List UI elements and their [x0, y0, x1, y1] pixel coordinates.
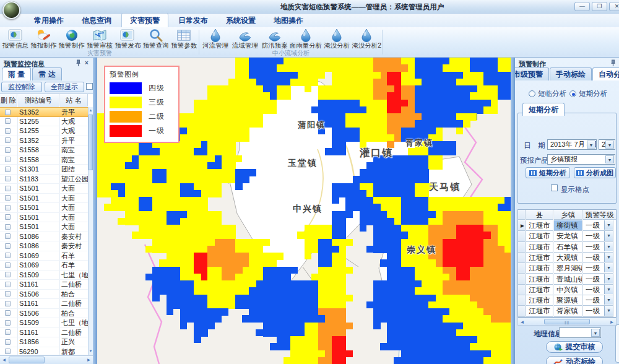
scrollbar-thumb[interactable] — [89, 115, 93, 170]
town-cell[interactable]: 石羊镇 — [554, 242, 582, 253]
ribbon-button-river-manage[interactable]: 河流管理 — [201, 28, 230, 50]
chevron-down-icon[interactable]: ▼ — [605, 141, 614, 149]
hour-select[interactable]: 20 ▼ — [599, 139, 615, 150]
town-row[interactable]: 江堰市青城山镇一级▼ — [518, 274, 616, 285]
date-select[interactable]: 2013年 7月 8日 ▼ — [547, 139, 597, 150]
restore-button[interactable]: ❐ — [592, 2, 607, 11]
row-selector[interactable] — [518, 274, 526, 285]
submit-review-button[interactable]: 提交审核 — [546, 341, 603, 353]
town-cell[interactable]: 青城山镇 — [554, 274, 582, 285]
row-checkbox[interactable] — [5, 195, 11, 201]
select-all-checkbox[interactable] — [86, 83, 93, 90]
chevron-down-icon[interactable]: ▼ — [587, 141, 595, 149]
station-row[interactable]: S1069石羊 — [0, 251, 88, 261]
ribbon-button-flood-plan[interactable]: 防汛预案 — [260, 28, 290, 50]
town-cell[interactable]: 安龙镇 — [554, 231, 582, 241]
town-row[interactable]: 江堰市聚源镇一级▼ — [518, 295, 616, 306]
station-row[interactable]: S1856正兴 — [0, 337, 88, 347]
menu-tab-6[interactable]: 地图操作 — [266, 14, 311, 27]
release-monitor-button[interactable]: 监控解除 — [1, 82, 42, 92]
show-grid-checkbox[interactable] — [551, 184, 558, 191]
town-cell[interactable]: 柳街镇 — [554, 220, 582, 231]
table-header-1[interactable]: 县 — [526, 210, 553, 220]
radio-short-term[interactable]: 短期分析 — [569, 89, 607, 98]
ribbon-button-inundation2[interactable]: 淹没分析2 — [352, 28, 381, 50]
row-checkbox[interactable] — [5, 253, 11, 258]
station-row[interactable]: S1161二仙桥 — [0, 299, 88, 309]
scroll-right-icon[interactable]: ► — [85, 356, 93, 364]
tab-short-term[interactable]: 短期分析 — [522, 103, 565, 116]
close-button[interactable]: ✕ — [609, 2, 619, 11]
row-checkbox[interactable] — [5, 128, 11, 134]
station-row[interactable]: S1352升平 — [0, 136, 88, 146]
station-row[interactable]: S1558南宝 — [0, 155, 88, 165]
menu-tab-1[interactable]: 常用操作 — [26, 14, 72, 27]
radio-nowcast[interactable]: 短临分析 — [529, 89, 566, 98]
chevron-down-icon[interactable]: ▼ — [591, 329, 600, 337]
level-cell[interactable]: 一级▼ — [583, 295, 613, 306]
scrollbar-thumb[interactable]: ⦀⦀ — [544, 319, 590, 324]
row-selector[interactable] — [518, 295, 526, 306]
station-row[interactable]: S1501大面 — [0, 222, 88, 232]
menu-tab-3[interactable]: 灾害预警 — [121, 13, 168, 27]
menu-tab-5[interactable]: 系统设置 — [218, 14, 264, 27]
row-checkbox[interactable] — [5, 291, 11, 297]
ribbon-button-alarm-info[interactable]: 报警信息 — [1, 28, 29, 50]
chevron-down-icon[interactable]: ▼ — [605, 155, 614, 163]
left-horizontal-scrollbar[interactable]: ◄ ► — [0, 355, 93, 364]
level-cell[interactable]: 一级▼ — [583, 263, 613, 274]
product-select[interactable]: 乡镇预报 ▼ — [547, 154, 615, 165]
pin-icon[interactable] — [74, 59, 82, 67]
ribbon-button-forecast-make[interactable]: 预报制作 — [29, 28, 57, 50]
col-header-station-id[interactable]: 测站编号 — [18, 94, 59, 106]
ribbon-button-inundation[interactable]: 淹没分析 — [322, 28, 352, 50]
station-row[interactable]: S1161二仙桥 — [0, 328, 88, 338]
app-menu-orb[interactable] — [2, 1, 20, 19]
ribbon-button-warning-query[interactable]: 预警查询 — [142, 28, 170, 50]
row-checkbox[interactable] — [5, 110, 11, 115]
dynamic-draw-button[interactable]: 动态标绘 — [546, 356, 603, 364]
left-tab-1[interactable]: 雨 量 — [2, 67, 31, 80]
ribbon-button-warning-make[interactable]: 预警制作 — [58, 28, 85, 50]
level-cell[interactable]: 一级▼ — [583, 274, 613, 285]
ribbon-button-warning-publish[interactable]: 预警发布 — [114, 28, 142, 50]
station-row[interactable]: S1086秦安村 — [0, 232, 88, 242]
station-row[interactable]: S1506柏合 — [0, 309, 88, 319]
town-row[interactable]: ▸江堰市柳街镇一级▼ — [518, 220, 616, 231]
table-horizontal-scrollbar[interactable]: ◄ ⦀⦀ ► — [517, 318, 617, 326]
scrollbar-thumb[interactable] — [9, 357, 45, 363]
table-header-3[interactable]: 预警等级 — [583, 210, 617, 220]
row-checkbox[interactable] — [5, 339, 11, 345]
row-selector[interactable] — [518, 306, 526, 316]
row-selector[interactable]: ▸ — [518, 220, 526, 231]
chevron-down-icon[interactable]: ▼ — [604, 295, 613, 305]
row-checkbox[interactable] — [5, 176, 11, 181]
station-row[interactable]: S1255大观 — [0, 117, 88, 127]
row-checkbox[interactable] — [5, 320, 11, 326]
town-cell[interactable]: 中兴镇 — [554, 285, 582, 295]
table-header-2[interactable]: 乡镇 — [554, 210, 582, 220]
ribbon-button-warning-params[interactable]: 预警参数 — [170, 28, 198, 50]
station-row[interactable]: S1301团结 — [0, 165, 88, 175]
town-cell[interactable]: 翠月湖镇 — [554, 263, 582, 274]
chevron-down-icon[interactable]: ▼ — [604, 274, 613, 284]
station-row[interactable]: S1558南宝 — [0, 145, 88, 155]
row-selector[interactable] — [518, 242, 526, 253]
row-checkbox[interactable] — [5, 186, 11, 191]
scroll-right-icon[interactable]: ► — [608, 318, 616, 325]
level-cell[interactable]: 一级▼ — [583, 285, 613, 295]
row-checkbox[interactable] — [5, 310, 11, 316]
row-selector[interactable] — [518, 263, 526, 274]
station-row[interactable]: 56290新都 — [0, 347, 88, 355]
row-checkbox[interactable] — [5, 272, 11, 277]
collapsed-panel-handle[interactable] — [615, 324, 619, 363]
short-term-analyze-button[interactable]: 短期分析 — [526, 167, 570, 178]
town-cell[interactable]: 胥家镇 — [554, 306, 582, 316]
row-checkbox[interactable] — [5, 147, 11, 153]
right-splitter[interactable] — [511, 58, 515, 364]
chevron-down-icon[interactable]: ▼ — [604, 306, 613, 315]
town-cell[interactable]: 大观镇 — [554, 253, 582, 263]
ribbon-button-warning-review[interactable]: 预警审核 — [85, 28, 113, 50]
station-row[interactable]: S1506柏合 — [0, 290, 88, 300]
station-row[interactable]: S1501大面 — [0, 184, 88, 194]
